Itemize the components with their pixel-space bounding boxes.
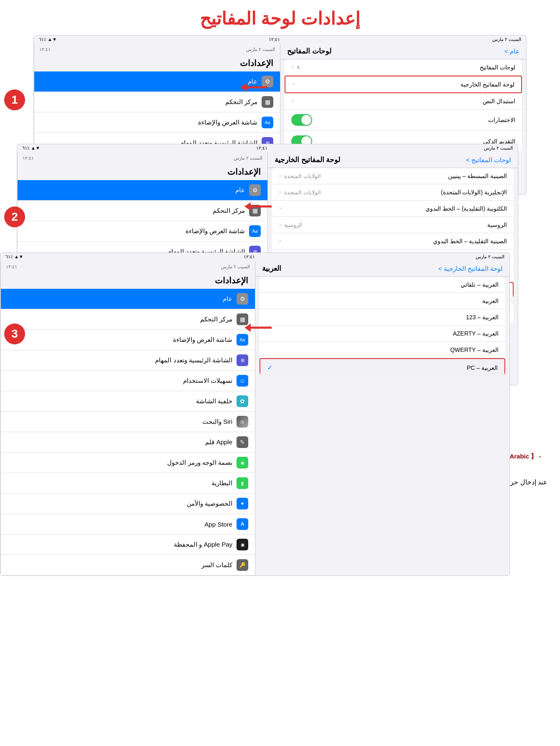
nav-bar-2: لوحات المفاتيح > لوحة المفاتيح الخارجية [268,152,518,168]
nav-back-3[interactable]: لوحة المفاتيح الخارجية > [438,265,503,272]
settings-item-passwords-3[interactable]: 🔑 كلمات السر [1,555,255,575]
time-3: ١٢:٤١ [244,254,255,260]
kbd-item-keyboards[interactable]: لوحات المفاتيح ٩ < [285,59,522,76]
kbd-item-chinese-simplified[interactable]: الصينية المبسطة – پينيين الولايات المتحد… [272,168,514,184]
chevron-keyboards: < [291,64,294,70]
kbd-val-chinese-s: الولايات المتحدة < [279,173,321,179]
settings-label-battery-3: البطارية [211,479,232,487]
time-2: ١٢:٤١ [256,145,267,151]
settings-item-control-2[interactable]: ▦ مركز التحكم [18,201,267,221]
arrow-2 [242,198,276,216]
settings-item-wall-3[interactable]: ✿ خلفية الشاشة [1,391,255,412]
settings-item-faceid-3[interactable]: ◉ بصمة الوجه ورمز الدخول [1,453,255,473]
settings-item-display-3[interactable]: Aa شاشة العرض والإضاءة [1,330,255,350]
date-2: السبت ٢ مارس [484,145,513,151]
arrow-3 [242,319,276,338]
screenshots-container: 1 2 3 ٦١٪ ▲▼ ١٢:٤١ السبت ٢ مارس عام > لو… [0,35,560,445]
control-icon-1: ▦ [262,96,273,108]
kbd-list-3: العربية – تلقائي العربية العربية – 123 ا… [260,277,505,376]
nav-title-2: لوحة المفاتيح الخارجية [275,155,340,164]
kbd-val-english: الولايات المتحدة < [279,189,321,196]
settings-label-pencil-3: Apple قلم [205,438,232,446]
status-bar-3: ٦١٪ ▲▼ ١٢:٤١ السبت ٢ مارس [0,253,509,261]
kbd-label-english: الإنجليزية (الولايات المتحدة) [441,189,507,196]
step-3-circle: 3 [4,323,25,344]
kbd-item-chinese-traditional[interactable]: الصينية التقليدية – الخط البدوي < [272,233,514,250]
kbd-label-chinese-t: الصينية التقليدية – الخط البدوي [433,238,507,244]
kbd-item-ar-azerty[interactable]: العربية – AZERTY [260,326,505,342]
settings-label-display-2: شاشة العرض والإضاءة [186,227,245,235]
kbd-value-keyboards: ٩ < [291,64,300,71]
nav-bar-1: عام > لوحات المفاتيح [280,43,526,59]
settings-label-display-1: شاشة العرض والإضاءة [198,119,257,126]
kbd-label-ar-azerty: العربية – AZERTY [453,330,499,337]
nav-back-2[interactable]: لوحات المفاتيح > [466,156,511,164]
settings-item-privacy-3[interactable]: ▼ الخصوصية والأمن [1,494,255,514]
kbd-item-ar-123[interactable]: العربية – 123 [260,309,505,326]
settings-item-appstore-3[interactable]: A App Store [1,514,255,535]
kbd-item-shortcuts[interactable]: الاختصارات [285,109,522,131]
settings-item-general-2[interactable]: ⚙ عام [18,180,267,201]
settings-label-general-2: عام [235,186,245,194]
date-3: السبت ٢ مارس [476,254,504,260]
kbd-item-ar-qwerty[interactable]: العربية – QWERTY [260,342,505,358]
settings-label-display-3: شاشة العرض والإضاءة [173,336,232,344]
toggle-shortcuts[interactable] [291,114,312,126]
home-icon-3: ⊞ [237,354,248,366]
kbd-label-ar-123: العربية – 123 [466,314,499,321]
kbd-item-russian[interactable]: الروسية الروسية < [272,217,514,233]
settings-item-general-3[interactable]: ⚙ عام [1,289,255,309]
kbd-item-replace[interactable]: استبدال النص < [285,93,522,109]
settings-label-home-3: الشاشة الرئيسية وتعدد المهام [155,356,232,364]
settings-item-control-3[interactable]: ▦ مركز التحكم [1,309,255,330]
chevron-replace: < [291,98,294,104]
siri-icon-3: ◎ [237,416,248,428]
chevron-physical: < [292,81,295,87]
step-2-circle: 2 [4,206,25,227]
page-title: إعدادات لوحة المفاتيح [0,0,560,35]
nav-back-1[interactable]: عام > [504,48,519,55]
settings-item-display-2[interactable]: Aa شاشة العرض والإضاءة [18,221,267,242]
screenshot-3: ٦١٪ ▲▼ ١٢:٤١ السبت ٢ مارس لوحة المفاتيح … [0,252,510,576]
wall-icon-3: ✿ [237,395,248,407]
settings-title-1: الإعدادات [34,56,280,71]
passwords-icon-3: 🔑 [237,559,248,571]
nav-title-3: العربية [262,264,281,273]
kbd-label-ar: العربية [482,298,499,304]
kbd-list-1: لوحات المفاتيح ٩ < لوحة المفاتيح الخارجي… [285,59,522,152]
arrow-1 [238,79,272,97]
settings-label-faceid-3: بصمة الوجه ورمز الدخول [167,459,232,466]
display-icon-2: Aa [249,225,261,237]
gear-icon-2: ⚙ [249,184,261,196]
settings-item-siri-3[interactable]: ◎ Siri والبحث [1,412,255,432]
settings-title-2: الإعدادات [18,164,267,180]
settings-header-1: ١٢:٤١ السبت ٢ مارس [34,43,280,56]
battery-3: ٦١٪ ▲▼ [5,254,23,260]
settings-label-access-3: تسهيلات الاستخدام [183,377,232,384]
kbd-item-ar[interactable]: العربية [260,293,505,309]
settings-title-3: الإعدادات [1,273,255,289]
kbd-label-physical: لوحة المفاتيح الخارجية [461,81,514,88]
kbd-item-ar-auto[interactable]: العربية – تلقائي [260,277,505,293]
settings-label-control-3: مركز التحكم [200,316,232,323]
settings-item-home-3[interactable]: ⊞ الشاشة الرئيسية وتعدد المهام [1,350,255,371]
kbd-label-shortcuts: الاختصارات [488,117,515,123]
kbd-item-ar-pc[interactable]: العربية – PC ✓ [260,358,505,376]
main-content-3: لوحة المفاتيح الخارجية > العربية العربية… [255,261,509,575]
kbd-label-keyboards: لوحات المفاتيح [480,64,515,71]
kbd-item-physical[interactable]: لوحة المفاتيح الخارجية < [285,76,522,93]
settings-label-appstore-3: App Store [204,521,232,528]
settings-item-pencil-3[interactable]: ✎ Apple قلم [1,432,255,453]
settings-item-applepay-3[interactable]: ▣ Apple Pay و المحفظة [1,535,255,555]
settings-label-applepay-3: Apple Pay و المحفظة [174,541,232,548]
kbd-val-russian: الروسية < [279,222,302,228]
battery-icon-3: ▮ [237,477,248,489]
settings-item-access-3[interactable]: ☺ تسهيلات الاستخدام [1,371,255,391]
settings-item-battery-3[interactable]: ▮ البطارية [1,473,255,494]
status-bar-1: ٦١٪ ▲▼ ١٢:٤١ السبت ٢ مارس [34,36,526,43]
kbd-item-celtic[interactable]: الكلتونية (التقليدية) – الخط البدوي < [272,201,514,217]
chevron-celtic: < [279,206,282,211]
privacy-icon-3: ▼ [237,498,248,509]
kbd-item-english[interactable]: الإنجليزية (الولايات المتحدة) الولايات ا… [272,184,514,201]
settings-item-display-1[interactable]: Aa شاشة العرض والإضاءة [34,112,280,133]
